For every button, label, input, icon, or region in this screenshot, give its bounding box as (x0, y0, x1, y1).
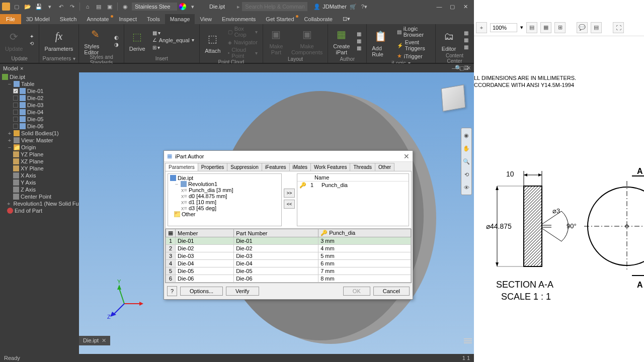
angle-equal-item[interactable]: ∠ Angle_equal ▾ (150, 37, 196, 44)
tab-inspect[interactable]: Inspect (114, 14, 142, 24)
tab-getstarted[interactable]: Get Started (261, 14, 299, 24)
tab-sketch[interactable]: Sketch (55, 14, 82, 24)
derive-button[interactable]: ⬚Derive (127, 28, 147, 53)
name-row[interactable]: 🔑1Punch_dia (297, 182, 409, 189)
dialog-titlebar[interactable]: ▦ iPart Author ✕ (164, 151, 413, 162)
viewcube[interactable] (441, 84, 466, 112)
param-1[interactable]: x= d0 [44.875 mm] (169, 193, 280, 199)
tree-axis-0[interactable]: X Axis (1, 172, 78, 179)
mdi-close-icon[interactable]: ✕ (466, 65, 471, 71)
dtb5-icon[interactable]: ▤ (591, 22, 602, 33)
tab-environments[interactable]: Environments (217, 14, 261, 24)
update-button[interactable]: ⟳Update (3, 28, 25, 53)
dtb2-icon[interactable]: ▦ (540, 22, 551, 33)
styles-editor-button[interactable]: ✎Styles Editor (82, 25, 109, 56)
search-input[interactable] (242, 2, 307, 11)
dtb1-icon[interactable]: ▤ (526, 22, 537, 33)
maximize-button[interactable]: ▢ (446, 2, 459, 12)
tab-3dmodel[interactable]: 3D Model (21, 14, 55, 24)
help-icon[interactable]: ?▾ (360, 2, 369, 11)
tree-revolution[interactable]: +Revolution1 (New Solid Full) (1, 200, 78, 207)
auth2-icon[interactable]: ▦ (355, 38, 363, 44)
auth1-icon[interactable]: ▦ (355, 31, 363, 37)
grid-row[interactable]: 3Die-03Die-035 mm (166, 252, 411, 260)
parameters-button[interactable]: fxParameters (42, 28, 75, 53)
tree-solid[interactable]: +Solid Bodies(1) (1, 130, 78, 137)
nav-pan-icon[interactable]: ✋ (461, 143, 471, 153)
rebuild-icon[interactable]: ✦ (28, 33, 36, 40)
model-browser[interactable]: Die.ipt −Table ✓Die-01Die-02Die-03Die-04… (0, 72, 79, 354)
dlg-tab-5[interactable]: Work Features (310, 163, 350, 171)
tab-tools[interactable]: Tools (142, 14, 165, 24)
grid-row[interactable]: 5Die-05Die-057 mm (166, 267, 411, 275)
grid-row[interactable]: 2Die-02Die-024 mm (166, 245, 411, 252)
undo-icon[interactable]: ↶ (56, 2, 65, 11)
auth3-icon[interactable]: ▦ (355, 45, 363, 51)
tab-annotate[interactable]: Annotate (82, 14, 114, 24)
tree-die-2[interactable]: Die-03 (1, 102, 78, 109)
style2-icon[interactable]: ◑ (112, 41, 121, 48)
remove-param-button[interactable]: << (284, 200, 295, 209)
mdi-max-icon[interactable]: ▢ (459, 65, 464, 71)
doc-tab-close-icon[interactable]: ✕ (102, 337, 106, 344)
grid-row[interactable]: 1Die-01Die-013 mm (166, 237, 411, 245)
dropdown-icon[interactable]: ▾ (45, 2, 54, 11)
tab-extra[interactable]: ⊡▾ (338, 14, 355, 24)
nav-wheel-icon[interactable]: ◉ (461, 130, 471, 140)
file-tab[interactable]: File (0, 14, 21, 24)
grid-row[interactable]: 4Die-04Die-046 mm (166, 260, 411, 267)
ilogic-browser-item[interactable]: ▤ iLogic Browser (395, 25, 432, 38)
viewport[interactable]: ◉ ✋ 🔍 ⟲ 👁 X Y Z ▦ iPart Author ✕ (79, 72, 474, 354)
tab-view[interactable]: View (195, 14, 217, 24)
event-triggers-item[interactable]: ⚡ Event Triggers (395, 39, 432, 52)
tree-die-1[interactable]: Die-02 (1, 95, 78, 102)
create-ipart-button[interactable]: ▦Create iPart (331, 25, 352, 56)
canvas-menu-icon[interactable] (464, 337, 472, 345)
param-tree[interactable]: Die.ipt −Revolution1 x= Punch_dia [3 mm]… (168, 173, 282, 226)
dtb3-icon[interactable]: ⊞ (554, 22, 566, 33)
comment-icon[interactable]: 💬 (577, 22, 588, 33)
open-icon[interactable]: 📂 (23, 2, 32, 11)
update2-icon[interactable]: ⟲ (28, 40, 36, 47)
tab-collaborate[interactable]: Collaborate (299, 14, 338, 24)
insert1-icon[interactable]: ▦ ▾ (150, 30, 196, 36)
appearance-icon[interactable] (179, 3, 186, 10)
verify-button[interactable]: Verify (226, 287, 259, 296)
nav-look-icon[interactable]: 👁 (461, 183, 471, 193)
param-2[interactable]: x= d1 [10 mm] (169, 199, 280, 205)
mdi-min-icon[interactable]: — (452, 65, 457, 71)
insert3-icon[interactable]: ⊞ ▾ (150, 44, 196, 51)
dlg-tab-0[interactable]: Parameters (165, 163, 198, 171)
tree-axis-2[interactable]: Z Axis (1, 186, 78, 193)
document-tab[interactable]: Die.ipt✕ (79, 336, 110, 345)
style1-icon[interactable]: ◐ (112, 34, 121, 41)
tree-axis-1[interactable]: Y Axis (1, 179, 78, 186)
tree-center[interactable]: Center Point (1, 193, 78, 200)
dropdown2-icon[interactable]: ▾ (188, 2, 197, 11)
tree-die-4[interactable]: Die-05 (1, 116, 78, 123)
user-chip[interactable]: 👤 JDMather (313, 4, 347, 10)
fullscreen-icon[interactable]: ⛶ (613, 22, 624, 33)
tree-plane-2[interactable]: XY Plane (1, 165, 78, 172)
dlg-tab-6[interactable]: Threads (350, 163, 375, 171)
layers-icon[interactable]: ▤ (94, 2, 103, 11)
dlg-tab-1[interactable]: Properties (198, 163, 228, 171)
zoomin-icon[interactable]: + (476, 22, 487, 33)
dlg-tab-4[interactable]: iMates (289, 163, 311, 171)
grid-row[interactable]: 6Die-06Die-068 mm (166, 275, 411, 283)
addrule-button[interactable]: 📋Add Rule (370, 27, 391, 58)
attach-button[interactable]: ⬚Attach (203, 30, 223, 55)
selected-params[interactable]: Name 🔑1Punch_dia (297, 173, 409, 226)
ipart-table[interactable]: ▦ Member Part Number 🔑 Punch_dia 1Die-01… (165, 229, 412, 283)
dlg-tab-3[interactable]: iFeatures (262, 163, 290, 171)
tree-view[interactable]: +View: Master (1, 137, 78, 144)
nav-zoom-icon[interactable]: 🔍 (461, 156, 471, 166)
new-icon[interactable]: ▢ (12, 2, 21, 11)
itrigger-item[interactable]: ★ iTrigger (395, 52, 432, 60)
dialog-close-icon[interactable]: ✕ (404, 152, 410, 160)
cart-icon[interactable]: 🛒 (349, 2, 358, 11)
tab-manage[interactable]: Manage (165, 14, 195, 24)
home-icon[interactable]: ⌂ (83, 2, 92, 11)
tree-plane-1[interactable]: XZ Plane (1, 158, 78, 165)
dlg-tab-7[interactable]: Other (375, 163, 394, 171)
